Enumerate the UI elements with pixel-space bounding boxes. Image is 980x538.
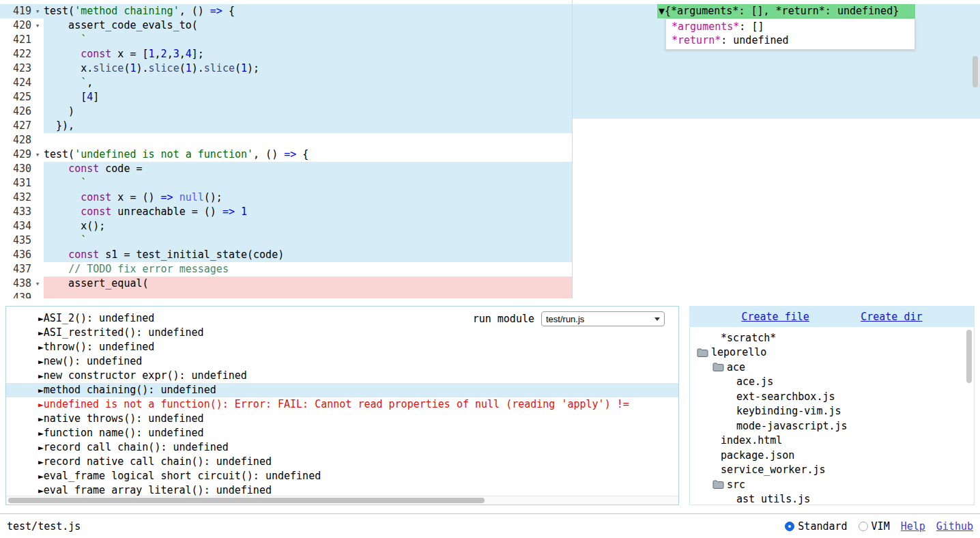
keybinding-vim-option[interactable]: VIM: [859, 520, 890, 533]
code-text[interactable]: `,: [44, 76, 980, 90]
eval-detail-row[interactable]: *return*: undefined: [672, 33, 909, 47]
test-result-row[interactable]: ►function name(): undefined: [6, 426, 678, 440]
code-text[interactable]: test('undefined is not a function', () =…: [44, 147, 980, 162]
expand-arrow-icon[interactable]: ►: [38, 399, 44, 410]
status-bar-right: Standard VIM Help Github: [785, 520, 973, 533]
code-line-430[interactable]: 430 const code =: [0, 162, 980, 176]
expand-arrow-icon[interactable]: ►: [38, 342, 44, 352]
code-text[interactable]: assert_equal(: [44, 277, 980, 291]
expand-arrow-icon[interactable]: ►: [38, 371, 44, 381]
tree-item-scratch[interactable]: *scratch*: [690, 330, 974, 345]
expand-arrow-icon[interactable]: ►: [38, 313, 44, 324]
line-number-gutter: 432: [0, 190, 44, 205]
test-result-row[interactable]: ►native throws(): undefined: [6, 412, 678, 426]
test-result-row[interactable]: ►record call chain(): undefined: [6, 440, 678, 455]
expand-arrow-icon[interactable]: ►: [38, 442, 44, 453]
code-text[interactable]: const x = () => null();: [44, 190, 980, 205]
tree-item-ext-searchbox-js[interactable]: ext-searchbox.js: [690, 389, 974, 404]
code-line-431[interactable]: 431 `: [0, 176, 980, 190]
tree-item-ace[interactable]: ace: [690, 360, 974, 375]
help-link[interactable]: Help: [901, 520, 925, 533]
tree-item-package-json[interactable]: package.json: [690, 448, 974, 463]
code-text[interactable]: `: [44, 233, 980, 248]
test-result-row[interactable]: ►throw(): undefined: [6, 340, 678, 354]
code-text[interactable]: x.slice(1).slice(1).slice(1);: [44, 61, 980, 76]
code-line-436[interactable]: 436 const s1 = test_initial_state(code): [0, 248, 980, 262]
code-text[interactable]: // TODO fix error messages: [44, 262, 980, 277]
fold-arrow-icon[interactable]: ▾: [31, 4, 44, 18]
code-line-423[interactable]: 423 x.slice(1).slice(1).slice(1);: [0, 61, 980, 76]
run-module-select[interactable]: test/run.js: [541, 311, 665, 326]
expand-arrow-icon[interactable]: ►: [38, 485, 44, 496]
code-line-424[interactable]: 424 `,: [0, 76, 980, 90]
results-scrollbar-thumb[interactable]: [8, 498, 485, 503]
fold-arrow-icon[interactable]: ▾: [31, 18, 44, 33]
expand-arrow-icon[interactable]: ►: [38, 356, 44, 367]
test-result-row[interactable]: ►method chaining(): undefined: [6, 383, 678, 397]
code-line-433[interactable]: 433 const unreachable = () => 1: [0, 205, 980, 219]
code-text[interactable]: `: [44, 176, 980, 190]
tree-item-keybinding-vim-js[interactable]: keybinding-vim.js: [690, 404, 974, 419]
test-result-row[interactable]: ►new constructor expr(): undefined: [6, 369, 678, 383]
line-number-gutter: 427: [0, 119, 44, 133]
keybinding-standard-option[interactable]: Standard: [785, 520, 847, 533]
test-result-row[interactable]: ►record native call chain(): undefined: [6, 455, 678, 469]
code-line-426[interactable]: 426 ): [0, 104, 980, 119]
explorer-vertical-scrollbar[interactable]: [966, 307, 972, 505]
code-text[interactable]: ): [44, 104, 980, 119]
expand-arrow-icon[interactable]: ►: [38, 385, 44, 395]
code-line-428[interactable]: 428: [0, 133, 980, 147]
current-file-path: test/test.js: [7, 520, 81, 533]
line-number-gutter: 428: [0, 133, 44, 147]
create-file-link[interactable]: Create file: [741, 311, 809, 323]
explorer-scrollbar-thumb[interactable]: [966, 330, 972, 383]
code-line-434[interactable]: 434 x();: [0, 219, 980, 233]
code-text[interactable]: [44, 133, 980, 147]
code-text[interactable]: const code =: [44, 162, 980, 176]
code-text[interactable]: x();: [44, 219, 980, 233]
code-line-438[interactable]: 438▾ assert_equal(: [0, 277, 980, 291]
code-line-437[interactable]: 437 // TODO fix error messages: [0, 262, 980, 277]
code-line-435[interactable]: 435 `: [0, 233, 980, 248]
expand-arrow-icon[interactable]: ►: [38, 471, 44, 481]
line-number: 428: [0, 133, 31, 147]
code-text[interactable]: [44, 291, 980, 298]
tree-item-ast-utils-js[interactable]: ast_utils.js: [690, 492, 974, 506]
tree-item-leporello[interactable]: leporello: [690, 345, 974, 360]
code-line-427[interactable]: 427 }),: [0, 119, 980, 133]
code-line-432[interactable]: 432 const x = () => null();: [0, 190, 980, 205]
line-number-gutter: 424: [0, 76, 44, 90]
code-text[interactable]: }),: [44, 119, 980, 133]
editor-scrollbar-thumb[interactable]: [972, 56, 978, 87]
line-number-gutter: 422: [0, 47, 44, 61]
editor-vertical-scrollbar[interactable]: [972, 0, 979, 298]
code-text[interactable]: const unreachable = () => 1: [44, 205, 980, 219]
code-line-429[interactable]: 429▾test('undefined is not a function', …: [0, 147, 980, 162]
line-number-gutter: 438▾: [0, 277, 44, 291]
create-dir-link[interactable]: Create dir: [861, 311, 922, 323]
expand-arrow-icon[interactable]: ►: [38, 328, 44, 338]
expand-arrow-icon[interactable]: ►: [38, 428, 44, 438]
github-link[interactable]: Github: [936, 520, 973, 533]
tree-item-service-worker-js[interactable]: service_worker.js: [690, 463, 974, 478]
test-result-row[interactable]: ►ASI_restrited(): undefined: [6, 326, 678, 340]
code-text[interactable]: const s1 = test_initial_state(code): [44, 248, 980, 262]
results-horizontal-scrollbar[interactable]: [6, 496, 678, 505]
eval-result-header[interactable]: ▼{*arguments*: [], *return*: undefined}: [657, 4, 915, 18]
keybinding-vim-label: VIM: [871, 520, 890, 533]
eval-detail-row[interactable]: *arguments*: []: [672, 20, 909, 33]
code-text[interactable]: [4]: [44, 90, 980, 104]
expand-arrow-icon[interactable]: ►: [38, 457, 44, 467]
tree-item-index-html[interactable]: index.html: [690, 434, 974, 449]
expand-arrow-icon[interactable]: ►: [38, 414, 44, 424]
tree-item-ace-js[interactable]: ace.js: [690, 375, 974, 390]
test-result-row[interactable]: ►new(): undefined: [6, 354, 678, 369]
tree-item-mode-javascript-js[interactable]: mode-javascript.js: [690, 419, 974, 434]
test-result-row[interactable]: ►eval_frame logical short circuit(): und…: [6, 469, 678, 483]
fold-arrow-icon[interactable]: ▾: [31, 147, 44, 162]
code-line-439[interactable]: 439: [0, 291, 980, 298]
fold-arrow-icon[interactable]: ▾: [31, 277, 44, 291]
test-result-row[interactable]: ►undefined is not a function(): Error: F…: [6, 397, 678, 412]
tree-item-src[interactable]: src: [690, 477, 974, 492]
code-line-425[interactable]: 425 [4]: [0, 90, 980, 104]
